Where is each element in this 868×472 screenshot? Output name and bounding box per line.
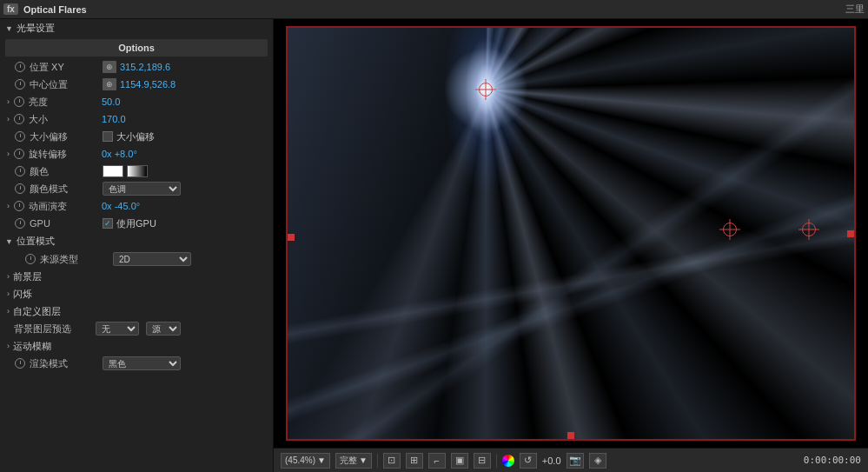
brightness-value[interactable]: 50.0 xyxy=(102,96,120,107)
size-offset-check-label: 大小偏移 xyxy=(116,130,155,143)
clock-icon-color-mode xyxy=(14,183,26,195)
color-gradient-swatch[interactable] xyxy=(127,165,148,177)
info-button[interactable]: ▣ xyxy=(451,453,468,469)
source-type-label: 来源类型 xyxy=(40,253,109,266)
color-swatch-white[interactable] xyxy=(103,165,123,177)
color-mode-row: 颜色模式 色调 xyxy=(0,180,273,197)
quality-dropdown[interactable]: 完整 ▼ xyxy=(335,453,372,469)
safe-zones-button[interactable]: ⊟ xyxy=(474,453,491,469)
toolbar-separator-2 xyxy=(496,454,497,468)
bg-layer-row: 背景图层预选 无 源 xyxy=(0,320,273,337)
crop-button[interactable]: ⌐ xyxy=(428,453,446,469)
red-dot-left xyxy=(288,234,295,241)
rotation-value[interactable]: 0x +8.0° xyxy=(102,149,137,159)
chevron-right-icon-brightness: › xyxy=(7,97,10,106)
clock-icon-position xyxy=(14,61,26,73)
position-mode-section[interactable]: ▼ 位置模式 xyxy=(0,232,273,250)
top-bar-right-label: 三里 xyxy=(845,3,865,16)
rotation-label: 旋转偏移 xyxy=(29,148,98,161)
chevron-right-icon-size: › xyxy=(7,115,10,123)
chevron-right-icon-rotation: › xyxy=(7,150,10,158)
red-dot-bottom xyxy=(567,432,574,439)
quality-chevron-icon: ▼ xyxy=(359,455,368,465)
bg-source-dropdown[interactable]: 无 xyxy=(96,322,139,336)
plugin-title: Optical Flares xyxy=(23,4,87,15)
size-label: 大小 xyxy=(29,113,98,126)
toolbar-separator-1 xyxy=(377,454,378,468)
position-mode-label: 位置模式 xyxy=(17,235,55,248)
flicker-section-row[interactable]: › 闪烁 xyxy=(0,285,273,302)
clock-icon-anim xyxy=(13,200,25,212)
clock-icon-source xyxy=(24,253,36,265)
preview-canvas xyxy=(286,26,856,441)
chevron-right-icon-anim: › xyxy=(7,202,10,210)
clock-icon-size-offset xyxy=(14,130,26,143)
size-value[interactable]: 170.0 xyxy=(102,114,126,124)
crosshair-secondary xyxy=(723,223,737,236)
flicker-label: 闪烁 xyxy=(13,288,32,301)
clock-icon-render xyxy=(14,357,26,369)
light-settings-label: 光晕设置 xyxy=(17,22,55,35)
fit-view-button[interactable]: ⊡ xyxy=(383,453,401,469)
gpu-checkbox[interactable] xyxy=(103,218,113,229)
exposure-value[interactable]: +0.0 xyxy=(542,455,561,466)
foreground-label: 前景层 xyxy=(13,270,42,283)
refresh-button[interactable]: ↺ xyxy=(520,453,537,469)
color-label: 颜色 xyxy=(30,165,99,178)
custom-layer-section-row[interactable]: › 自定义图层 xyxy=(0,302,273,320)
light-settings-section[interactable]: ▼ 光晕设置 xyxy=(0,19,273,37)
render-mode-label: 渲染模式 xyxy=(30,357,99,370)
center-nav-icon[interactable]: ⊕ xyxy=(103,78,116,90)
position-nav-icon[interactable]: ⊕ xyxy=(103,61,116,73)
size-offset-checkbox[interactable] xyxy=(103,131,113,142)
chevron-right-icon-custom: › xyxy=(7,307,10,316)
grid-view-button[interactable]: ⊞ xyxy=(406,453,423,469)
motion-blur-section-row[interactable]: › 运动模糊 xyxy=(0,337,273,355)
color-row: 颜色 xyxy=(0,163,273,180)
rotation-section-row[interactable]: › 旋转偏移 0x +8.0° xyxy=(0,145,273,163)
size-offset-checkbox-row: 大小偏移 xyxy=(103,130,155,143)
color-wheel-icon[interactable] xyxy=(502,455,514,467)
foreground-section-row[interactable]: › 前景层 xyxy=(0,268,273,285)
center-value[interactable]: 1154.9,526.8 xyxy=(120,79,176,90)
clock-icon-color xyxy=(14,165,26,177)
red-dot-right xyxy=(847,230,854,237)
timecode-display: 0:00:00:00 xyxy=(804,455,861,466)
anim-value[interactable]: 0x -45.0° xyxy=(102,201,140,211)
brightness-section-row[interactable]: › 亮度 50.0 xyxy=(0,93,273,110)
clock-icon-center xyxy=(14,78,26,90)
color-mode-dropdown[interactable]: 色调 xyxy=(103,182,181,196)
render-mode-dropdown[interactable]: 黑色 xyxy=(103,356,181,370)
source-type-dropdown[interactable]: 2D xyxy=(113,252,191,266)
size-offset-label: 大小偏移 xyxy=(30,130,99,143)
brightness-label: 亮度 xyxy=(29,96,98,109)
right-area: (45.4%) ▼ 完整 ▼ ⊡ ⊞ ⌐ ▣ ⊟ ↺ +0.0 📷 xyxy=(274,19,868,472)
anim-section-row[interactable]: › 动画演变 0x -45.0° xyxy=(0,197,273,215)
left-panel: ▼ 光晕设置 Options 位置 XY ⊕ 315.2,189.6 中心位置 … xyxy=(0,19,274,472)
custom-layer-label: 自定义图层 xyxy=(13,305,61,318)
zoom-value: (45.4%) xyxy=(285,455,315,465)
quality-value: 完整 xyxy=(340,455,357,467)
bg-source-label-dropdown[interactable]: 源 xyxy=(146,322,181,336)
options-box[interactable]: Options xyxy=(5,39,268,57)
clock-icon-brightness xyxy=(13,96,25,108)
center-row: 中心位置 ⊕ 1154.9,526.8 xyxy=(0,76,273,93)
top-bar: fx Optical Flares 三里 xyxy=(0,0,868,19)
chevron-right-icon-flicker: › xyxy=(7,289,10,298)
chevron-right-icon-fg: › xyxy=(7,272,10,281)
gpu-check-label: 使用GPU xyxy=(116,217,156,230)
zoom-dropdown[interactable]: (45.4%) ▼ xyxy=(281,453,330,469)
camera-button[interactable]: 📷 xyxy=(567,453,584,469)
size-section-row[interactable]: › 大小 170.0 xyxy=(0,110,273,128)
export-button[interactable]: ◈ xyxy=(589,453,606,469)
chevron-down-icon-pos: ▼ xyxy=(5,237,13,246)
source-type-row: 来源类型 2D xyxy=(0,250,273,268)
position-label: 位置 XY xyxy=(30,61,99,74)
gpu-label: GPU xyxy=(30,218,99,229)
crosshair-tertiary xyxy=(802,223,816,236)
position-value[interactable]: 315.2,189.6 xyxy=(120,62,170,72)
anim-label: 动画演变 xyxy=(29,200,98,213)
zoom-chevron-icon: ▼ xyxy=(317,455,326,465)
render-mode-row: 渲染模式 黑色 xyxy=(0,355,273,372)
color-mode-label: 颜色模式 xyxy=(30,183,99,196)
